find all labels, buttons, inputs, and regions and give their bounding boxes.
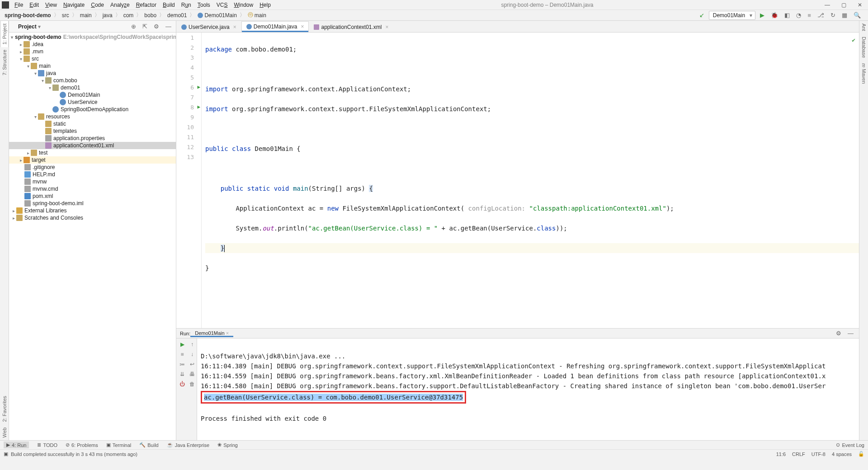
toolwin-build[interactable]: 🔨 Build xyxy=(139,442,158,448)
project-tree[interactable]: ▾spring-boot-demoE:\workspace\SpringClou… xyxy=(9,33,176,440)
toolwin-spring[interactable]: ❀ Spring xyxy=(217,442,238,448)
wrap-icon[interactable]: ↩ xyxy=(188,360,196,368)
stop-icon[interactable]: ■ xyxy=(178,350,186,358)
editor-tab[interactable]: UserService.java× xyxy=(176,21,241,32)
breadcrumb[interactable]: java xyxy=(101,12,114,19)
tab-database[interactable]: Database xyxy=(860,34,868,61)
menu-tools[interactable]: Tools xyxy=(195,1,213,9)
project-view-combo[interactable]: Project ▾ xyxy=(18,24,41,30)
status-message: Build completed successfully in 3 s 43 m… xyxy=(11,451,137,457)
toolwin-problems[interactable]: ⊘ 6: Problems xyxy=(66,442,98,448)
rerun-icon[interactable]: ▶ xyxy=(178,340,186,348)
close-icon[interactable]: × xyxy=(301,24,304,30)
breadcrumb[interactable]: bobo xyxy=(142,12,158,19)
breadcrumb[interactable]: Demo01Main xyxy=(196,12,238,19)
menu-build[interactable]: Build xyxy=(160,1,178,9)
menu-vcs[interactable]: VCS xyxy=(214,1,231,9)
debug-button[interactable]: 🐞 xyxy=(769,11,780,19)
ide-actions-button[interactable]: ▦ xyxy=(840,11,849,19)
breadcrumb[interactable]: main xyxy=(78,12,94,19)
menu-file[interactable]: FFileile xyxy=(12,1,26,9)
up-icon[interactable]: ↑ xyxy=(188,340,196,348)
breadcrumb[interactable]: demo01 xyxy=(165,12,189,19)
menu-navigate[interactable]: Navigate xyxy=(61,1,87,9)
search-button[interactable]: 🔍 xyxy=(852,11,863,19)
toolwin-eventlog[interactable]: ⊙ Event Log xyxy=(836,442,864,448)
project-panel: Project ▾ ⊕ ⇱ ⚙ — ▾spring-boot-demoE:\wo… xyxy=(9,21,176,440)
caret-position[interactable]: 11:6 xyxy=(776,451,786,457)
breadcrumb-bar: spring-boot-demo〉 src〉 main〉 java〉 com〉 … xyxy=(0,10,868,21)
tab-web[interactable]: Web xyxy=(1,425,8,440)
run-gutter-icon[interactable]: ▶ xyxy=(197,84,200,90)
trash-icon[interactable]: 🗑 xyxy=(188,380,196,388)
toolwin-terminal[interactable]: ▣ Terminal xyxy=(106,442,132,448)
build-icon[interactable]: ↙ xyxy=(698,11,706,19)
close-icon[interactable]: × xyxy=(233,24,236,30)
update-button[interactable]: ↻ xyxy=(829,11,837,19)
tab-maven[interactable]: m Maven xyxy=(860,61,868,86)
git-button[interactable]: ⎇ xyxy=(816,11,826,19)
stop-button[interactable]: ■ xyxy=(806,11,813,19)
close-icon[interactable]: × xyxy=(386,24,389,30)
menu-code[interactable]: Code xyxy=(88,1,107,9)
run-label: Run: xyxy=(180,331,190,336)
editor-area: UserService.java× Demo01Main.java× appli… xyxy=(176,21,859,328)
code-editor[interactable]: ✔package com.bobo.demo01; import org.spr… xyxy=(202,33,859,328)
console-output[interactable]: D:\software\java\jdk8\bin\java.exe ... 1… xyxy=(197,338,859,440)
hide-icon[interactable]: — xyxy=(846,329,855,338)
run-config-combo[interactable]: Demo01Main xyxy=(709,11,755,20)
settings-icon[interactable]: ⚙ xyxy=(834,329,843,338)
editor-tabs: UserService.java× Demo01Main.java× appli… xyxy=(176,21,859,33)
breadcrumb[interactable]: com xyxy=(122,12,136,19)
menu-run[interactable]: Run xyxy=(179,1,194,9)
tab-structure[interactable]: 7: Structure xyxy=(1,47,8,78)
collapse-all-icon[interactable]: ⇱ xyxy=(141,22,149,31)
tab-ant[interactable]: Ant xyxy=(860,21,868,34)
breadcrumb[interactable]: src xyxy=(60,12,71,19)
tab-project[interactable]: 1: Project xyxy=(0,21,9,47)
window-title: spring-boot-demo – Demo01Main.java xyxy=(274,2,821,8)
run-gutter-icon[interactable]: ▶ xyxy=(197,104,200,110)
menu-help[interactable]: Help xyxy=(257,1,274,9)
menu-analyze[interactable]: Analyze xyxy=(108,1,132,9)
tab-favorites[interactable]: 2: Favorites xyxy=(1,393,8,424)
status-bar: ▣ Build completed successfully in 3 s 43… xyxy=(0,449,868,458)
encoding[interactable]: UTF-8 xyxy=(811,451,826,457)
hide-panel-icon[interactable]: — xyxy=(164,22,173,31)
scroll-icon[interactable]: ⇊ xyxy=(178,370,186,378)
editor-tab[interactable]: applicationContext01.xml× xyxy=(309,21,393,32)
tree-item-selected[interactable]: applicationContext01.xml xyxy=(9,142,176,149)
editor-gutter[interactable]: 1 2 3 4 5 6▶ 7 8▶ 9 10 11 12 13 xyxy=(176,33,202,328)
minimize-button[interactable]: — xyxy=(821,2,834,8)
breadcrumb[interactable]: spring-boot-demo xyxy=(3,12,53,19)
scroll-from-source-icon[interactable]: ⊕ xyxy=(129,22,138,31)
close-button[interactable]: ✕ xyxy=(854,2,866,8)
editor-tab-active[interactable]: Demo01Main.java× xyxy=(241,21,309,32)
toolwin-javaee[interactable]: ☕ Java Enterprise xyxy=(167,442,209,448)
readonly-icon[interactable]: 🔓 xyxy=(858,451,864,457)
bottom-toolwindow-bar: ▶ 4: Run ≣ TODO ⊘ 6: Problems ▣ Terminal… xyxy=(0,440,868,449)
down-icon[interactable]: ↓ xyxy=(188,350,196,358)
print-icon[interactable]: 🖶 xyxy=(188,370,196,378)
coverage-button[interactable]: ◧ xyxy=(783,11,792,19)
run-button[interactable]: ▶ xyxy=(758,11,766,19)
layout-icon[interactable]: ≔ xyxy=(178,360,186,368)
analysis-ok-icon: ✔ xyxy=(852,35,855,45)
menu-window[interactable]: Window xyxy=(231,1,256,9)
toolwin-todo[interactable]: ≣ TODO xyxy=(37,442,57,448)
title-bar: FFileile Edit View Navigate Code Analyze… xyxy=(0,0,868,10)
maximize-button[interactable]: ▢ xyxy=(837,2,850,8)
menu-refactor[interactable]: Refactor xyxy=(133,1,159,9)
profile-button[interactable]: ◔ xyxy=(794,11,803,19)
breadcrumb[interactable]: ⓜmain xyxy=(246,11,268,19)
settings-icon[interactable]: ⚙ xyxy=(152,22,161,31)
exit-icon[interactable]: ⏻ xyxy=(178,380,186,388)
main-menu: FFileile Edit View Navigate Code Analyze… xyxy=(12,1,274,9)
toolwin-run[interactable]: ▶ 4: Run xyxy=(4,442,29,448)
menu-edit[interactable]: Edit xyxy=(27,1,42,9)
indent[interactable]: 4 spaces xyxy=(832,451,852,457)
run-tab[interactable]: Demo01Main × xyxy=(190,329,233,337)
line-separator[interactable]: CRLF xyxy=(792,451,805,457)
menu-view[interactable]: View xyxy=(42,1,60,9)
app-logo-icon xyxy=(2,1,9,9)
